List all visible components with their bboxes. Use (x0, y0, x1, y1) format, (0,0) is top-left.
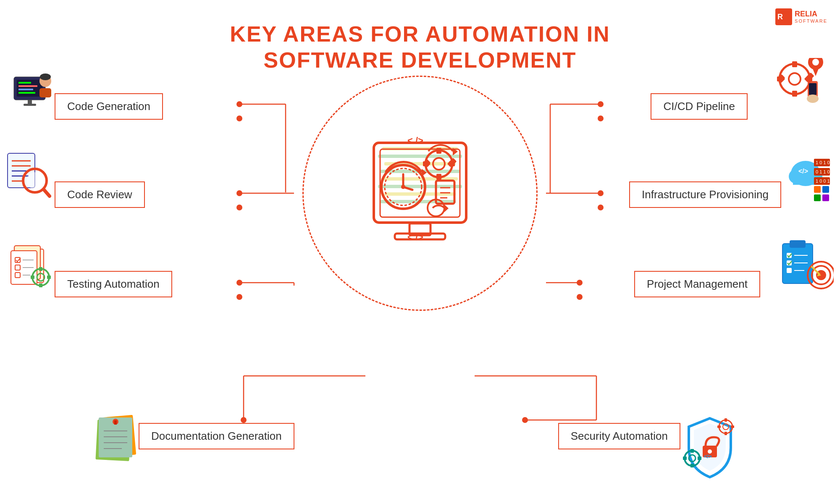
svg-point-113 (812, 59, 819, 66)
svg-point-77 (40, 74, 51, 80)
illustration-security: </> (680, 414, 739, 481)
svg-rect-150 (114, 420, 117, 425)
svg-rect-129 (814, 186, 821, 193)
svg-point-21 (577, 280, 583, 286)
label-box-infra: Infrastructure Provisioning (629, 181, 781, 208)
infra-label: Infrastructure Provisioning (642, 188, 769, 201)
svg-rect-98 (39, 267, 42, 271)
svg-text:R: R (777, 13, 783, 21)
label-box-code-generation: Code Generation (55, 93, 163, 120)
svg-text:</>: </> (798, 168, 808, 175)
code-generation-label: Code Generation (67, 100, 150, 113)
svg-point-16 (598, 116, 604, 121)
svg-point-22 (577, 294, 583, 300)
svg-text:</>: </> (704, 453, 712, 459)
svg-point-15 (598, 101, 604, 107)
svg-point-8 (236, 205, 242, 210)
svg-point-4 (236, 101, 242, 107)
svg-rect-104 (792, 61, 797, 67)
illustration-project (779, 235, 834, 296)
svg-rect-100 (47, 276, 51, 279)
svg-rect-52 (436, 148, 441, 154)
logo-icon: R (775, 8, 792, 25)
svg-rect-132 (822, 194, 829, 201)
svg-point-5 (236, 116, 242, 121)
svg-rect-71 (18, 89, 33, 90)
svg-rect-105 (792, 91, 797, 97)
svg-rect-161 (724, 432, 727, 435)
svg-rect-73 (28, 100, 32, 104)
label-box-security: Security Automation (558, 423, 680, 449)
svg-point-19 (598, 205, 604, 210)
svg-rect-101 (31, 276, 34, 279)
security-label: Security Automation (571, 430, 668, 442)
svg-rect-76 (39, 88, 51, 97)
cicd-label: CI/CD Pipeline (663, 100, 735, 113)
svg-text:0 1 1 0: 0 1 1 0 (816, 169, 830, 174)
label-box-testing-automation: Testing Automation (55, 271, 172, 297)
docs-label: Documentation Generation (151, 430, 282, 442)
center-illustration: < /> < /> (349, 122, 491, 265)
page-title: KEY AREAS FOR AUTOMATION IN SOFTWARE DEV… (0, 21, 840, 74)
svg-point-11 (236, 280, 242, 286)
svg-point-25 (241, 417, 247, 423)
svg-rect-169 (683, 457, 687, 460)
center-area: < /> < /> (302, 76, 538, 311)
svg-rect-137 (787, 268, 792, 273)
svg-rect-166 (690, 449, 694, 453)
center-svg: < /> < /> (349, 122, 491, 265)
label-box-cicd: CI/CD Pipeline (651, 93, 748, 120)
svg-text:< />: < /> (407, 135, 423, 146)
svg-rect-99 (39, 284, 42, 287)
label-box-project: Project Management (634, 271, 760, 297)
illustration-testing-automation (5, 242, 53, 296)
testing-automation-label: Testing Automation (67, 278, 160, 290)
svg-line-86 (44, 189, 50, 196)
svg-point-12 (236, 294, 242, 300)
svg-rect-70 (18, 85, 37, 87)
code-review-label: Code Review (67, 188, 132, 201)
svg-text:1 0 0 1: 1 0 0 1 (816, 178, 830, 184)
svg-point-48 (401, 185, 405, 189)
svg-rect-116 (809, 83, 816, 95)
svg-marker-114 (812, 68, 819, 76)
title-section: KEY AREAS FOR AUTOMATION IN SOFTWARE DEV… (0, 0, 840, 74)
label-box-code-review: Code Review (55, 181, 145, 208)
svg-rect-162 (731, 425, 734, 428)
svg-rect-134 (790, 240, 806, 248)
svg-point-29 (522, 417, 528, 423)
logo-sub: SOFTWARE (795, 18, 827, 24)
page: R RELIA SOFTWARE KEY AREAS FOR AUTOMATIO… (0, 0, 840, 504)
label-box-docs: Documentation Generation (139, 423, 294, 449)
illustration-infra: </> 1 0 1 0 0 1 1 0 1 0 0 1 (778, 146, 835, 205)
svg-rect-168 (698, 457, 701, 460)
svg-rect-131 (814, 194, 821, 201)
svg-rect-163 (717, 425, 721, 428)
svg-marker-66 (444, 205, 449, 212)
svg-rect-72 (18, 92, 35, 94)
svg-rect-69 (18, 82, 31, 84)
project-label: Project Management (647, 278, 748, 290)
svg-point-117 (807, 94, 819, 103)
svg-point-7 (236, 190, 242, 196)
svg-rect-130 (822, 186, 829, 193)
illustration-cicd (776, 58, 832, 116)
svg-point-18 (598, 190, 604, 196)
illustration-code-generation (8, 65, 54, 115)
logo-name: RELIA (795, 10, 827, 18)
svg-rect-53 (436, 174, 441, 180)
svg-point-103 (789, 73, 801, 85)
svg-rect-167 (690, 464, 694, 467)
svg-rect-160 (724, 418, 727, 422)
illustration-code-review (3, 149, 52, 203)
svg-rect-74 (24, 104, 36, 106)
svg-text:1 0 1 0: 1 0 1 0 (816, 160, 830, 165)
illustration-docs (90, 410, 141, 472)
svg-point-85 (26, 172, 43, 189)
logo: R RELIA SOFTWARE (775, 8, 827, 25)
